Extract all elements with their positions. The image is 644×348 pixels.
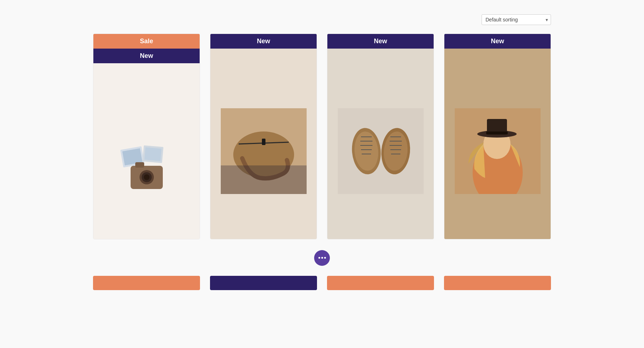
svg-point-7 bbox=[144, 174, 150, 180]
svg-rect-3 bbox=[144, 147, 161, 161]
badge-new: New bbox=[327, 34, 434, 49]
badge-container: New bbox=[210, 34, 317, 49]
badge-sale: Sale bbox=[93, 34, 200, 49]
dot-2 bbox=[321, 257, 323, 259]
badge-new: New bbox=[444, 34, 551, 49]
sort-wrapper: Default sorting Sort by popularity Sort … bbox=[482, 14, 551, 25]
pagination-area bbox=[93, 250, 551, 266]
badge-container: New bbox=[327, 34, 434, 49]
dot-3 bbox=[324, 257, 326, 259]
shoes-svg bbox=[338, 108, 424, 194]
product-card-4: New Product $22.0 bbox=[444, 34, 551, 239]
top-bar: Default sorting Sort by popularity Sort … bbox=[93, 14, 551, 25]
sort-select[interactable]: Default sorting Sort by popularity Sort … bbox=[482, 14, 551, 25]
pagination-dots-button[interactable] bbox=[314, 250, 330, 266]
bottom-card-2 bbox=[210, 276, 317, 290]
product-image-hat bbox=[444, 49, 551, 239]
product-image-bag bbox=[210, 49, 317, 239]
dot-1 bbox=[318, 257, 320, 259]
product-card-1: SaleNew Product $42.00 $38.00 bbox=[93, 34, 200, 239]
products-grid: SaleNew Product $42.00 $38.00 bbox=[93, 34, 551, 239]
camera-svg bbox=[111, 137, 182, 194]
svg-rect-12 bbox=[262, 139, 265, 145]
bottom-card-3 bbox=[327, 276, 434, 290]
svg-rect-34 bbox=[486, 131, 508, 134]
badge-container: SaleNew bbox=[93, 34, 200, 63]
bag-svg bbox=[221, 108, 307, 194]
svg-rect-13 bbox=[221, 165, 307, 194]
svg-rect-8 bbox=[135, 162, 144, 168]
hat-svg bbox=[455, 108, 541, 194]
bottom-card-1 bbox=[93, 276, 200, 290]
badge-new: New bbox=[210, 34, 317, 49]
product-image-camera bbox=[93, 63, 200, 239]
badge-new: New bbox=[93, 49, 200, 63]
bottom-card-4 bbox=[444, 276, 551, 290]
product-card-2: New Product $33.00 Add to cart bbox=[210, 34, 317, 239]
product-image-shoes bbox=[327, 49, 434, 239]
bottom-row bbox=[93, 276, 551, 290]
badge-container: New bbox=[444, 34, 551, 49]
product-card-3: New bbox=[327, 34, 434, 239]
